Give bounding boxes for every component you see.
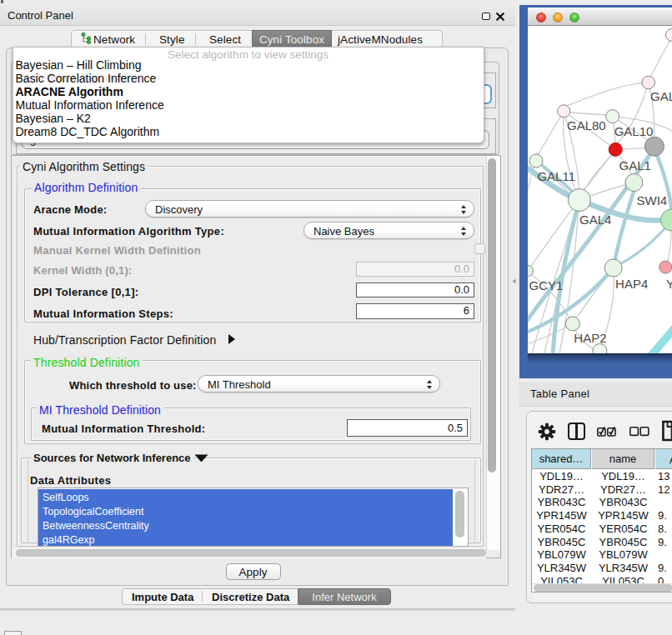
svg-text:GAL80: GAL80	[567, 118, 606, 132]
svg-text:GAL7: GAL7	[650, 89, 672, 103]
svg-text:SWI4: SWI4	[637, 193, 668, 208]
svg-text:GAL11: GAL11	[537, 169, 575, 183]
svg-text:HAP2: HAP2	[574, 331, 606, 345]
svg-text:GAL10: GAL10	[614, 124, 654, 138]
svg-text:HAP4: HAP4	[615, 277, 648, 291]
svg-text:GCY1: GCY1	[529, 278, 564, 292]
svg-text:GAL4: GAL4	[579, 212, 611, 227]
svg-text:Y: Y	[666, 277, 672, 291]
svg-text:GAL1: GAL1	[619, 158, 651, 172]
